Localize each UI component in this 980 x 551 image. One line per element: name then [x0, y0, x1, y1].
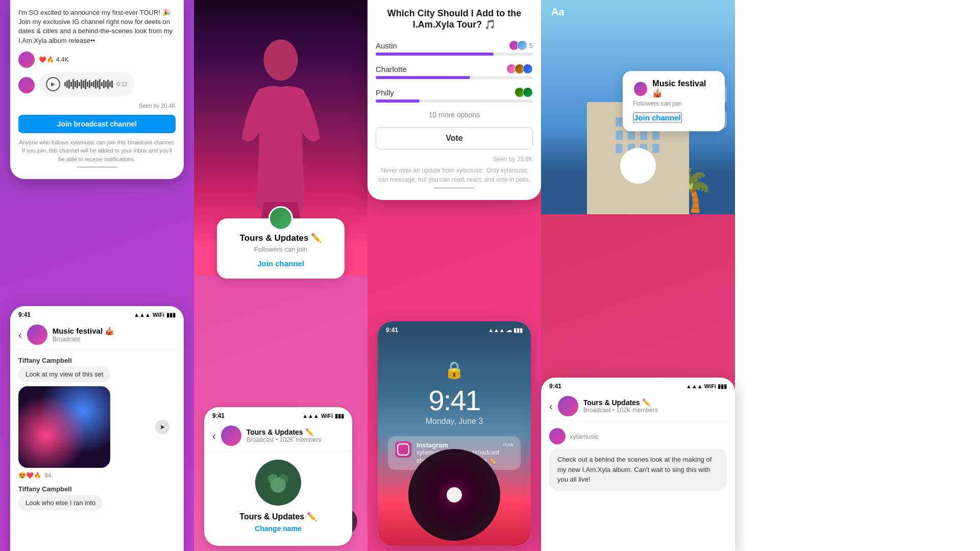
music-festival-join-button[interactable]: Join channel	[633, 112, 682, 123]
camera-text-tool[interactable]: Aa	[551, 6, 565, 18]
lock-date: Monday, June 3	[426, 417, 483, 426]
signal-icon: ▲▲▲	[134, 312, 151, 318]
tours-avatar	[221, 425, 241, 446]
right-chat-status-bar: 9:41 ▲▲▲ WiFi ▮▮▮	[541, 378, 735, 392]
notif-time: now	[503, 441, 513, 449]
join-description: Anyone who follows xylamusic can join th…	[18, 138, 176, 164]
channel-info: Music festival 🎪 Broadcast	[53, 327, 115, 343]
music-festival-popup-header: Music festival 🎪	[633, 79, 715, 98]
poll-bar-fill-charlotte	[376, 76, 470, 79]
tours-bottom-card: 9:41 ▲▲▲WiFi▮▮▮ ‹ Tours & Updates ✏️ Bro…	[204, 407, 352, 546]
concert-image	[18, 386, 110, 468]
right-chat-back[interactable]: ‹	[549, 400, 553, 412]
svg-point-4	[271, 478, 286, 493]
lockscreen-card: 9:41 ▲▲▲ ☁ ▮▮▮ 🔒 9:41 Monday, June 3 Ins…	[378, 321, 531, 546]
broadcast-card: I'm SO excited to announce my first-ever…	[10, 0, 184, 179]
photo-container: ➤	[18, 386, 176, 468]
camera-tool-2[interactable]	[708, 110, 727, 129]
right-chat-sender-avatar	[549, 428, 566, 444]
poll-option-philly: Philly	[376, 87, 533, 103]
poll-bar-fill-austin	[376, 53, 494, 56]
seen-by: Seen by 23.8K	[376, 156, 533, 163]
column-1: I'm SO excited to announce my first-ever…	[0, 0, 194, 551]
camera-tool-1[interactable]	[708, 86, 727, 104]
audio-player[interactable]: ▶ 0:12	[39, 72, 135, 96]
waveform	[64, 79, 113, 89]
poll-bar-bg-austin	[376, 53, 533, 56]
avatar-2	[18, 77, 35, 93]
right-chat-avatar	[558, 396, 578, 416]
column-3: Which City Should I Add to the I.Am.Xyla…	[368, 0, 541, 551]
channel-name: Music festival 🎪	[53, 327, 115, 336]
poll-option-austin-header: Austin 5	[376, 40, 533, 51]
tours-title: Tours & Updates ✏️	[239, 512, 316, 521]
lock-status-icons: ▲▲▲ ☁ ▮▮▮	[488, 327, 523, 334]
play-button[interactable]: ▶	[46, 77, 60, 91]
poll-desc: Never miss an update from xylamusic. Onl…	[376, 166, 533, 184]
poll-bar-bg-philly	[376, 99, 533, 103]
lock-clock: 9:41	[429, 384, 480, 417]
change-name-button[interactable]: Change name	[255, 524, 302, 533]
lockscreen-background: 9:41 ▲▲▲ ☁ ▮▮▮ 🔒 9:41 Monday, June 3 Ins…	[378, 321, 531, 546]
mini-avatar-2	[517, 40, 527, 51]
poll-bar-bg-charlotte	[376, 76, 533, 79]
mini-avatar-5	[523, 64, 533, 74]
photo-bubble	[18, 386, 110, 468]
svg-point-0	[263, 39, 298, 81]
home-indicator	[77, 166, 117, 168]
poll-label-philly: Philly	[376, 88, 394, 97]
message-bubble-2: Look who else I ran into	[18, 495, 103, 511]
more-options: 10 more options	[376, 111, 533, 119]
tours-large-avatar	[255, 460, 301, 506]
right-chat-status-icons: ▲▲▲ WiFi ▮▮▮	[686, 383, 727, 390]
shutter-button[interactable]	[620, 148, 656, 184]
poll-label-austin: Austin	[376, 41, 397, 50]
right-chat-info: Tours & Updates ✏️ Broadcast • 102K memb…	[583, 398, 658, 414]
sender-name: Tiffany Campbell	[18, 357, 176, 364]
vote-button[interactable]: Vote	[376, 127, 533, 149]
tours-status-bar: 9:41 ▲▲▲WiFi▮▮▮	[204, 407, 352, 421]
tours-channel-info: Tours & Updates ✏️ Broadcast • 102K memb…	[247, 428, 321, 443]
right-chat-body: xylamusic Check out a behind the scenes …	[541, 422, 735, 501]
tours-time: 9:41	[212, 412, 225, 419]
reaction-bar: ❤️🔥 4.4K	[39, 56, 69, 63]
window	[616, 131, 623, 140]
popup-channel-name: Tours & Updates ✏️	[229, 233, 332, 243]
status-icons: ▲▲▲ WiFi ▮▮▮	[134, 312, 176, 318]
lockscreen-status: 9:41 ▲▲▲ ☁ ▮▮▮	[378, 321, 531, 336]
reaction-count: 4.4K	[56, 56, 69, 63]
tours-body: Tours & Updates ✏️ Change name	[204, 452, 352, 541]
window	[640, 131, 647, 140]
send-icon[interactable]: ➤	[155, 420, 169, 434]
poll-option-austin: Austin 5	[376, 40, 533, 56]
home-indicator-2	[434, 187, 475, 189]
back-button[interactable]: ‹	[18, 329, 22, 341]
window	[616, 117, 623, 127]
poll-meta-charlotte	[506, 64, 533, 74]
window	[628, 131, 635, 140]
vinyl-center	[447, 487, 462, 503]
right-chat-time: 9:41	[549, 383, 561, 390]
popup-join-button[interactable]: Join channel	[257, 259, 304, 268]
music-festival-avatar	[633, 81, 648, 97]
seen-label: Seen by 20.4K	[18, 103, 176, 109]
emojis: 😍❤️🔥	[18, 472, 41, 479]
status-time: 9:41	[18, 311, 31, 318]
lock-icon: 🔒	[444, 360, 464, 380]
notif-header: Instagram now	[416, 441, 513, 449]
poll-option-charlotte: Charlotte	[376, 64, 533, 79]
poll-count-austin: 5	[529, 42, 533, 49]
audio-time: 0:12	[117, 81, 128, 87]
tours-back-button[interactable]: ‹	[212, 430, 216, 442]
camera-area: 🌴 Aa	[541, 0, 735, 214]
lock-time-status: 9:41	[386, 327, 398, 334]
right-chat-row: xylamusic	[549, 428, 727, 444]
column-4: 🌴 Aa	[541, 0, 735, 551]
music-festival-name: Music festival 🎪	[652, 79, 715, 98]
reaction-row: ❤️🔥 4.4K	[18, 52, 176, 68]
poll-label-charlotte: Charlotte	[376, 65, 407, 73]
join-broadcast-button[interactable]: Join broadcast channel	[18, 115, 176, 133]
status-bar: 9:41 ▲▲▲ WiFi ▮▮▮	[10, 306, 184, 320]
tours-chat-header: ‹ Tours & Updates ✏️ Broadcast • 102K me…	[204, 421, 352, 452]
channel-avatar	[27, 324, 47, 345]
